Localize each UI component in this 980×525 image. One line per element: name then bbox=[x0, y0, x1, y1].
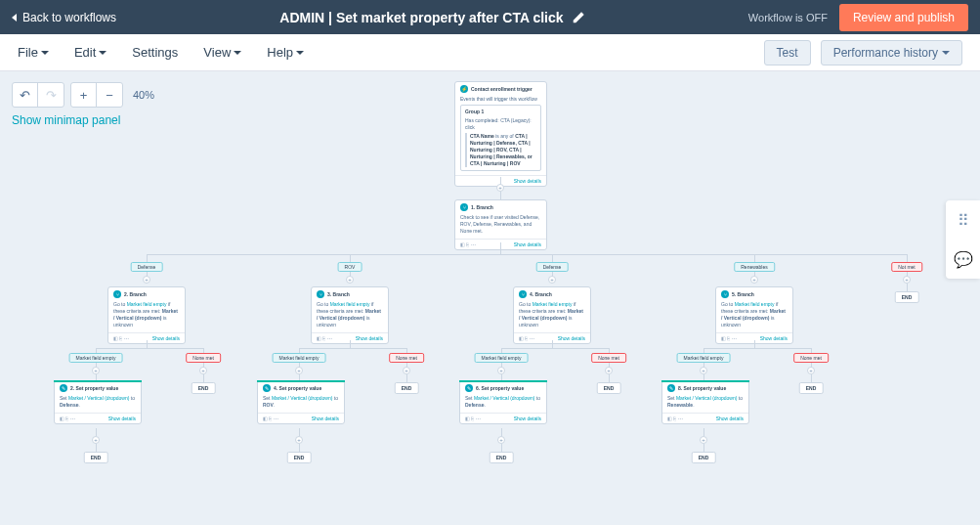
add-step-button[interactable]: + bbox=[346, 276, 354, 284]
branch-icon: ⑂ bbox=[113, 290, 121, 298]
show-details-link[interactable]: Show details bbox=[514, 241, 541, 247]
branch-label[interactable]: Market field empty bbox=[69, 353, 123, 363]
toolbar: File Edit Settings View Help Test Perfor… bbox=[0, 34, 980, 71]
chevron-down-icon bbox=[296, 51, 304, 55]
add-step-button[interactable]: + bbox=[403, 367, 410, 374]
property-icon: ✎ bbox=[465, 384, 473, 392]
end-node: END bbox=[192, 382, 216, 394]
trigger-card[interactable]: ⚡ Contact enrollment trigger Events that… bbox=[454, 81, 547, 187]
add-step-button[interactable]: + bbox=[496, 184, 504, 192]
end-node: END bbox=[597, 382, 621, 394]
add-step-button[interactable]: + bbox=[497, 367, 505, 374]
test-button[interactable]: Test bbox=[764, 40, 811, 66]
add-step-button[interactable]: + bbox=[199, 367, 207, 374]
add-step-button[interactable]: + bbox=[92, 436, 100, 444]
branch-card[interactable]: ⑂3. Branch Go to Market field empty if t… bbox=[311, 286, 389, 344]
branch-card[interactable]: ⑂4. Branch Go to Market field empty if t… bbox=[513, 286, 591, 344]
menu-file[interactable]: File bbox=[18, 45, 49, 60]
end-node: END bbox=[895, 291, 919, 303]
branch-icon: ⑂ bbox=[721, 290, 729, 298]
back-to-workflows[interactable]: Back to workflows bbox=[12, 11, 116, 24]
chevron-left-icon bbox=[12, 14, 17, 22]
add-step-button[interactable]: + bbox=[700, 436, 707, 444]
header-actions: Workflow is OFF Review and publish bbox=[748, 4, 968, 31]
chevron-down-icon bbox=[41, 51, 49, 55]
branch-label-none[interactable]: None met bbox=[186, 353, 221, 363]
show-details-link[interactable]: Show details bbox=[152, 335, 180, 341]
set-property-card[interactable]: ✎4. Set property value Set Market / Vert… bbox=[257, 380, 345, 424]
property-icon: ✎ bbox=[667, 384, 675, 392]
end-node: END bbox=[799, 382, 824, 394]
end-node: END bbox=[692, 452, 716, 463]
trigger-line1: Has completed: CTA (Legacy): click bbox=[465, 117, 536, 131]
chevron-down-icon bbox=[99, 51, 107, 55]
trigger-subtitle: Events that will trigger this workflow bbox=[460, 96, 541, 103]
show-details-link[interactable]: Show details bbox=[514, 178, 541, 184]
add-step-button[interactable]: + bbox=[92, 367, 100, 374]
show-details-link[interactable]: Show details bbox=[558, 335, 585, 341]
branch-label-none[interactable]: None met bbox=[389, 353, 424, 363]
chevron-down-icon bbox=[234, 51, 241, 55]
branch-label[interactable]: Market field empty bbox=[273, 353, 326, 363]
add-step-button[interactable]: + bbox=[548, 276, 556, 284]
toolbar-menus: File Edit Settings View Help bbox=[18, 45, 304, 60]
show-details-link[interactable]: Show details bbox=[108, 416, 136, 421]
branch-label[interactable]: ROV bbox=[338, 262, 362, 272]
end-node: END bbox=[287, 452, 312, 463]
show-details-link[interactable]: Show details bbox=[312, 416, 339, 421]
add-step-button[interactable]: + bbox=[143, 276, 150, 284]
show-details-link[interactable]: Show details bbox=[356, 335, 383, 341]
branch-label[interactable]: Market field empty bbox=[475, 353, 529, 363]
app-header: Back to workflows ADMIN | Set market pro… bbox=[0, 0, 980, 34]
branch-icon: ⑂ bbox=[317, 290, 324, 298]
review-publish-button[interactable]: Review and publish bbox=[839, 4, 968, 31]
add-step-button[interactable]: + bbox=[700, 367, 707, 374]
branch-label[interactable]: Market field empty bbox=[677, 353, 731, 363]
add-step-button[interactable]: + bbox=[807, 367, 815, 374]
set-property-card[interactable]: ✎2. Set property value Set Market / Vert… bbox=[54, 380, 142, 424]
property-icon: ✎ bbox=[60, 384, 67, 392]
enrollment-icon: ⚡ bbox=[460, 85, 468, 93]
branch-label[interactable]: Defense bbox=[536, 262, 569, 272]
trigger-group-label: Group 1 bbox=[465, 109, 536, 115]
toolbar-right: Test Performance history bbox=[764, 40, 962, 66]
trigger-title: Contact enrollment trigger bbox=[471, 86, 533, 92]
property-icon: ✎ bbox=[263, 384, 271, 392]
branch-label[interactable]: Renewables bbox=[734, 262, 775, 272]
show-details-link[interactable]: Show details bbox=[716, 416, 744, 421]
set-property-card[interactable]: ✎8. Set property value Set Market / Vert… bbox=[661, 380, 749, 424]
show-details-link[interactable]: Show details bbox=[514, 416, 541, 421]
add-step-button[interactable]: + bbox=[295, 436, 303, 444]
end-node: END bbox=[395, 382, 419, 394]
chevron-down-icon bbox=[942, 51, 950, 55]
branch-label-none[interactable]: None met bbox=[793, 353, 829, 363]
branch-label-none[interactable]: Not met bbox=[891, 262, 922, 272]
set-property-card[interactable]: ✎6. Set property value Set Market / Vert… bbox=[459, 380, 547, 424]
branch-label[interactable]: Defense bbox=[131, 262, 163, 272]
branch-label-none[interactable]: None met bbox=[591, 353, 626, 363]
menu-help[interactable]: Help bbox=[267, 45, 304, 60]
add-step-button[interactable]: + bbox=[750, 276, 758, 284]
back-label: Back to workflows bbox=[22, 11, 116, 24]
branch-card[interactable]: ⑂2. Branch Go to Market field empty if t… bbox=[107, 286, 186, 344]
workflow-title-wrap: ADMIN | Set market property after CTA cl… bbox=[279, 10, 584, 25]
branch-card[interactable]: ⑂5. Branch Go to Market field empty if t… bbox=[715, 286, 793, 344]
end-node: END bbox=[490, 452, 514, 463]
performance-history-button[interactable]: Performance history bbox=[821, 40, 962, 66]
add-step-button[interactable]: + bbox=[903, 276, 911, 284]
add-step-button[interactable]: + bbox=[497, 436, 505, 444]
add-step-button[interactable]: + bbox=[605, 367, 613, 374]
end-node: END bbox=[84, 452, 108, 463]
add-step-button[interactable]: + bbox=[295, 367, 303, 374]
show-details-link[interactable]: Show details bbox=[760, 335, 788, 341]
menu-edit[interactable]: Edit bbox=[74, 45, 107, 60]
workflow-status: Workflow is OFF bbox=[748, 12, 828, 23]
workflow-title: ADMIN | Set market property after CTA cl… bbox=[279, 10, 563, 25]
menu-settings[interactable]: Settings bbox=[132, 45, 178, 60]
edit-title-icon[interactable] bbox=[572, 11, 585, 24]
branch-icon: ⑂ bbox=[519, 290, 527, 298]
workflow-canvas[interactable]: ⚡ Contact enrollment trigger Events that… bbox=[0, 71, 980, 525]
menu-view[interactable]: View bbox=[203, 45, 241, 60]
branch-icon: ⑂ bbox=[460, 203, 468, 211]
